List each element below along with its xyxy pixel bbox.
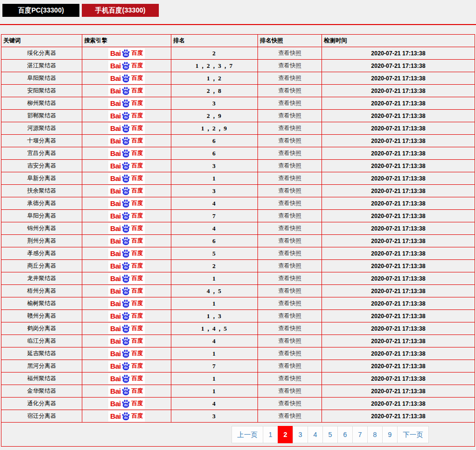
snapshot-cell: 查看快照 (258, 297, 322, 310)
snapshot-link[interactable]: 查看快照 (278, 375, 301, 382)
snapshot-link[interactable]: 查看快照 (278, 350, 301, 357)
snapshot-link[interactable]: 查看快照 (278, 387, 301, 394)
snapshot-link[interactable]: 查看快照 (278, 275, 301, 282)
engine-cell: Bai du 百度 (82, 172, 171, 185)
table-row: 河源聚结器 Bai du 百度 1，2，9 查看快照 2020-07-21 17… (1, 122, 475, 135)
engine-cell: Bai du 百度 (82, 398, 171, 410)
keyword-cell: 邯郸聚结器 (1, 110, 82, 122)
baidu-logo: Bai du 百度 (108, 311, 145, 321)
baidu-paw-icon: du (121, 161, 130, 170)
pagination-page-9[interactable]: 9 (382, 426, 398, 443)
snapshot-link[interactable]: 查看快照 (278, 175, 301, 181)
snapshot-link[interactable]: 查看快照 (278, 225, 301, 231)
snapshot-link[interactable]: 查看快照 (278, 150, 301, 156)
table-row: 湛江聚结器 Bai du 百度 1，2，3，7 查看快照 2020-07-21 … (1, 60, 475, 72)
engine-cell: Bai du 百度 (82, 235, 171, 247)
baidu-paw-du: du (124, 153, 128, 156)
snapshot-link[interactable]: 查看快照 (278, 250, 301, 257)
table-row: 金华聚结器 Bai du 百度 1 查看快照 2020-07-21 17:13:… (1, 385, 475, 398)
table-body: 绥化分离器 Bai du 百度 2 查看快照 2020-07-21 17:13:… (1, 47, 475, 423)
snapshot-cell: 查看快照 (258, 385, 322, 398)
tab-bar: 百度PC(33300) 手机百度(33300) (0, 0, 476, 17)
baidu-paw-du: du (124, 128, 128, 131)
pagination-page-4[interactable]: 4 (308, 426, 323, 443)
pagination-next[interactable]: 下一页 (397, 426, 429, 443)
baidu-paw-icon: du (121, 324, 130, 333)
snapshot-cell: 查看快照 (258, 360, 322, 373)
snapshot-link[interactable]: 查看快照 (278, 62, 301, 69)
baidu-logo-cn: 百度 (131, 224, 143, 232)
baidu-paw-icon: du (121, 299, 130, 308)
baidu-paw-du: du (124, 266, 128, 269)
snapshot-link[interactable]: 查看快照 (278, 75, 301, 81)
engine-cell: Bai du 百度 (82, 297, 171, 310)
time-cell: 2020-07-21 17:13:38 (322, 285, 475, 297)
table-row: 福州聚结器 Bai du 百度 1 查看快照 2020-07-21 17:13:… (1, 373, 475, 385)
pagination-page-2[interactable]: 2 (278, 426, 293, 443)
baidu-paw-du: du (124, 378, 128, 382)
snapshot-link[interactable]: 查看快照 (278, 400, 301, 407)
snapshot-link[interactable]: 查看快照 (278, 100, 301, 106)
keyword-cell: 龙井聚结器 (1, 272, 82, 285)
snapshot-link[interactable]: 查看快照 (278, 212, 301, 219)
pagination-page-5[interactable]: 5 (322, 426, 338, 443)
snapshot-link[interactable]: 查看快照 (278, 312, 301, 319)
pagination-page-3[interactable]: 3 (293, 426, 308, 443)
tab-baidu-pc[interactable]: 百度PC(33300) (2, 4, 79, 17)
baidu-logo-cn: 百度 (131, 124, 143, 132)
baidu-paw-icon: du (121, 249, 130, 258)
snapshot-link[interactable]: 查看快照 (278, 87, 301, 94)
table-row: 龙井聚结器 Bai du 百度 1 查看快照 2020-07-21 17:13:… (1, 272, 475, 285)
baidu-paw-icon: du (121, 236, 130, 245)
pagination-page-7[interactable]: 7 (352, 426, 368, 443)
baidu-paw-du: du (124, 366, 128, 369)
snapshot-link[interactable]: 查看快照 (278, 337, 301, 344)
snapshot-link[interactable]: 查看快照 (278, 262, 301, 269)
tab-baidu-mobile[interactable]: 手机百度(33300) (82, 4, 159, 17)
rank-cell: 7 (171, 210, 258, 222)
baidu-logo-bai: Bai (110, 312, 121, 320)
baidu-logo-bai: Bai (110, 174, 121, 182)
pagination-page-6[interactable]: 6 (337, 426, 353, 443)
snapshot-link[interactable]: 查看快照 (278, 125, 301, 131)
baidu-paw-du: du (124, 178, 128, 181)
snapshot-cell: 查看快照 (258, 322, 322, 335)
rank-cell: 1，2 (171, 72, 258, 85)
baidu-logo-bai: Bai (110, 399, 121, 408)
snapshot-link[interactable]: 查看快照 (278, 362, 301, 369)
time-cell: 2020-07-21 17:13:38 (322, 160, 475, 172)
red-divider-line (0, 24, 476, 25)
results-table: 关键词 搜索引擎 排名 排名快照 检测时间 绥化分离器 Bai du (1, 34, 475, 447)
snapshot-link[interactable]: 查看快照 (278, 287, 301, 294)
snapshot-link[interactable]: 查看快照 (278, 187, 301, 194)
snapshot-link[interactable]: 查看快照 (278, 325, 301, 332)
baidu-paw-icon: du (121, 374, 130, 383)
baidu-logo-bai: Bai (110, 149, 121, 157)
baidu-logo: Bai du 百度 (108, 386, 145, 397)
baidu-logo-cn: 百度 (131, 149, 143, 157)
pagination-page-8[interactable]: 8 (367, 426, 383, 443)
snapshot-link[interactable]: 查看快照 (278, 300, 301, 307)
baidu-logo-bai: Bai (110, 362, 121, 370)
rank-cell: 6 (171, 235, 258, 247)
baidu-logo: Bai du 百度 (108, 86, 145, 96)
snapshot-link[interactable]: 查看快照 (278, 237, 301, 244)
snapshot-link[interactable]: 查看快照 (278, 137, 301, 144)
baidu-logo: Bai du 百度 (108, 136, 145, 146)
baidu-logo: Bai du 百度 (108, 173, 145, 184)
pagination-prev[interactable]: 上一页 (232, 426, 263, 443)
time-cell: 2020-07-21 17:13:38 (322, 72, 475, 85)
snapshot-link[interactable]: 查看快照 (278, 412, 301, 419)
snapshot-link[interactable]: 查看快照 (278, 162, 301, 169)
baidu-logo: Bai du 百度 (108, 211, 145, 221)
baidu-logo: Bai du 百度 (108, 361, 145, 372)
rank-cell: 1，4，5 (171, 322, 258, 335)
snapshot-link[interactable]: 查看快照 (278, 50, 301, 56)
baidu-logo-cn: 百度 (131, 337, 143, 345)
baidu-paw-icon: du (121, 61, 130, 70)
snapshot-cell: 查看快照 (258, 235, 322, 247)
snapshot-link[interactable]: 查看快照 (278, 200, 301, 206)
pagination-page-1[interactable]: 1 (263, 426, 278, 443)
baidu-logo-bai: Bai (110, 62, 121, 70)
snapshot-link[interactable]: 查看快照 (278, 112, 301, 119)
